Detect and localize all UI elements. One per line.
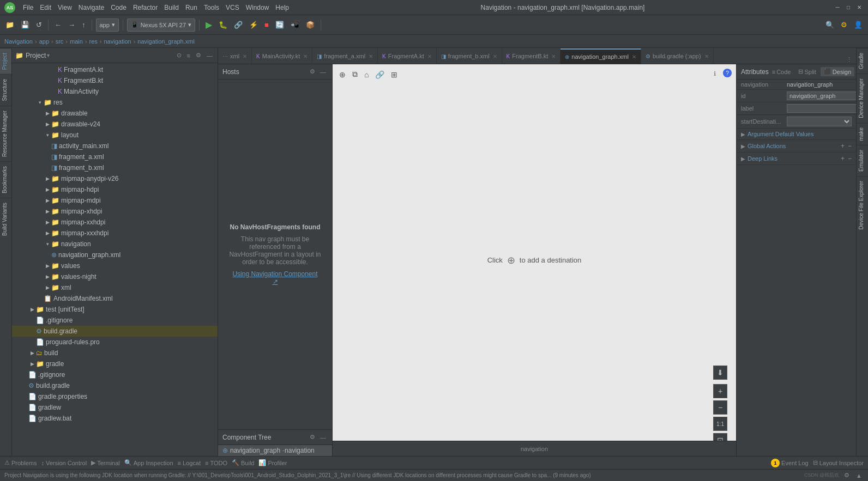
menu-vcs[interactable]: VCS: [222, 3, 243, 13]
status-todo[interactable]: ≡ TODO: [205, 460, 227, 466]
global-actions-add-button[interactable]: +: [841, 142, 845, 150]
help-icon[interactable]: ?: [723, 69, 732, 77]
tab-close-ma[interactable]: ✕: [303, 53, 308, 59]
status-profiler[interactable]: 📊 Profiler: [258, 459, 287, 466]
tree-item-gitignore2[interactable]: 📄 .gitignore: [12, 369, 218, 380]
status-build[interactable]: 🔨 Build: [232, 459, 254, 466]
bottom-bar-settings[interactable]: ⚙: [842, 471, 851, 479]
link-button[interactable]: 🔗: [373, 69, 387, 80]
tree-item-proguard[interactable]: 📄 proguard-rules.pro: [12, 337, 218, 348]
tree-item-drawable-v24[interactable]: ▶ 📁 drawable-v24: [12, 119, 218, 130]
menu-window[interactable]: Window: [243, 3, 273, 13]
attr-section-deep-links[interactable]: ▶ Deep Links + −: [737, 153, 856, 165]
app-dropdown[interactable]: app ▾: [96, 19, 119, 32]
tree-item-build[interactable]: ▶ 🗂 build: [12, 348, 218, 358]
stop-button[interactable]: ■: [262, 19, 271, 32]
deep-links-remove-button[interactable]: −: [848, 155, 852, 162]
attr-input-id[interactable]: [787, 92, 856, 100]
breadcrumb-nav-graph[interactable]: navigation_graph.xml: [137, 38, 195, 45]
tree-item-mipmap-anydpi[interactable]: ▶ 📁 mipmap-anydpi-v26: [12, 173, 218, 184]
tab-build-gradle[interactable]: ⚙ build.gradle (:app) ✕: [641, 48, 714, 64]
settings-icon[interactable]: ⚙: [839, 19, 849, 32]
tree-item-mipmap-mdpi[interactable]: ▶ 📁 mipmap-mdpi: [12, 195, 218, 206]
tab-close-ng[interactable]: ✕: [632, 54, 636, 60]
tab-close-fakt[interactable]: ✕: [427, 53, 432, 59]
forward-button[interactable]: →: [66, 19, 77, 32]
copy-button[interactable]: ⧉: [350, 69, 360, 80]
bottom-bar-maximize[interactable]: ▲: [854, 472, 864, 479]
tree-item-build-gradle2[interactable]: ⚙ build.gradle: [12, 380, 218, 391]
minimize-button[interactable]: ─: [833, 3, 842, 12]
menu-navigate[interactable]: Navigate: [75, 3, 107, 13]
menu-edit[interactable]: Edit: [37, 3, 55, 13]
menu-view[interactable]: View: [55, 3, 75, 13]
tab-fragment-b-xml[interactable]: ◨ fragment_b.xml ✕: [437, 48, 502, 64]
avd-button[interactable]: 📲: [288, 19, 302, 32]
breadcrumb-app[interactable]: app: [39, 38, 49, 45]
tree-item-fragmentb[interactable]: K FragmentB.kt: [12, 75, 218, 86]
sidebar-item-resource-manager[interactable]: Resource Manager: [0, 106, 11, 161]
tree-item-nav-graph-xml[interactable]: ⊕ navigation_graph.xml: [12, 249, 218, 260]
sync-icon[interactable]: ↺: [34, 19, 44, 32]
breadcrumb-navigation-dir[interactable]: navigation: [104, 38, 131, 45]
sidebar-item-build-variants[interactable]: Build Variants: [0, 198, 11, 240]
tree-item-mipmap-xxhdpi[interactable]: ▶ 📁 mipmap-xxhdpi: [12, 217, 218, 228]
attr-select-start-dest[interactable]: [787, 117, 852, 126]
recent-files-button[interactable]: ↑: [80, 19, 88, 32]
tree-item-test[interactable]: ▶ 📁 test [unitTest]: [12, 304, 218, 315]
comp-tree-nav-graph[interactable]: ⊕ navigation_graph - navigation: [218, 445, 332, 456]
tree-item-navigation[interactable]: ▾ 📁 navigation: [12, 239, 218, 249]
attr-input-label[interactable]: [787, 104, 856, 113]
using-nav-component-link[interactable]: Using Navigation Component ↗: [229, 270, 321, 285]
tree-item-xml[interactable]: ▶ 📁 xml: [12, 282, 218, 293]
tree-item-android-manifest[interactable]: 📋 AndroidManifest.xml: [12, 293, 218, 304]
right-tab-emulator[interactable]: Emulator: [857, 145, 868, 176]
tree-item-res[interactable]: ▾ 📁 res: [12, 97, 218, 108]
zoom-in-button[interactable]: +: [713, 384, 727, 398]
run-button[interactable]: ▶: [203, 19, 214, 32]
tab-close-bg[interactable]: ✕: [704, 53, 709, 59]
layout-inspector-item[interactable]: ⊟ Layout Inspector: [813, 459, 864, 466]
status-logcat[interactable]: ≡ Logcat: [178, 460, 201, 466]
tree-item-gradle-props[interactable]: 📄 gradle.properties: [12, 391, 218, 402]
tree-item-gitignore[interactable]: 📄 .gitignore: [12, 315, 218, 326]
download-button[interactable]: ⬇: [713, 366, 727, 380]
tree-item-gradle-dir[interactable]: ▶ 📁 gradle: [12, 358, 218, 369]
sidebar-item-bookmarks[interactable]: Bookmarks: [0, 161, 11, 198]
view-mode-code[interactable]: ≡ Code: [769, 68, 794, 76]
save-icon[interactable]: 💾: [19, 19, 32, 32]
panel-expand-btn[interactable]: —: [205, 51, 214, 59]
tree-item-fragment-a-xml[interactable]: ◨ fragment_a.xml: [12, 151, 218, 162]
tree-item-build-gradle-highlighted[interactable]: ⚙ build.gradle: [12, 326, 218, 337]
notifications-icon[interactable]: 👤: [852, 19, 865, 32]
tree-item-gradlew-bat[interactable]: 📄 gradlew.bat: [12, 413, 218, 424]
debug-button[interactable]: 🐛: [216, 19, 230, 32]
view-mode-design[interactable]: ⬛ Design: [821, 67, 854, 76]
right-tab-gradle[interactable]: Gradle: [857, 48, 868, 74]
device-dropdown[interactable]: 📱 Nexus 5X API 27 ▾: [127, 19, 195, 32]
breadcrumb-main[interactable]: main: [70, 38, 83, 45]
tree-item-mainactivity[interactable]: K MainActivity: [12, 86, 218, 97]
status-version-control[interactable]: ↕ Version Control: [41, 460, 87, 466]
tab-more-button[interactable]: ⋮: [845, 56, 854, 64]
global-actions-remove-button[interactable]: −: [848, 142, 852, 150]
tree-item-mipmap-hdpi[interactable]: ▶ 📁 mipmap-hdpi: [12, 184, 218, 195]
hosts-gear-button[interactable]: ⚙: [308, 68, 317, 76]
tree-item-activity-main[interactable]: ◨ activity_main.xml: [12, 141, 218, 151]
view-mode-split[interactable]: ⊟ Split: [795, 67, 819, 76]
new-destination-button[interactable]: ⊕: [337, 69, 348, 80]
panel-scope-btn[interactable]: ⊙: [175, 51, 183, 59]
folder-icon[interactable]: 📁: [3, 19, 16, 32]
tab-close-xml[interactable]: ✕: [243, 53, 247, 59]
menu-file[interactable]: File: [20, 3, 37, 13]
panel-flatten-btn[interactable]: ≡: [185, 51, 192, 59]
right-tab-device-manager[interactable]: Device Manager: [857, 74, 868, 123]
close-button[interactable]: ✕: [855, 3, 864, 12]
hosts-minimize-button[interactable]: —: [318, 68, 328, 76]
zoom-out-button[interactable]: −: [713, 400, 727, 415]
info-icon[interactable]: ℹ: [710, 69, 720, 78]
sidebar-item-project[interactable]: Project: [0, 48, 11, 74]
tree-item-values-night[interactable]: ▶ 📁 values-night: [12, 271, 218, 282]
tree-item-fragmenta[interactable]: K FragmentA.kt: [12, 64, 218, 75]
sidebar-item-structure[interactable]: Structure: [0, 74, 11, 106]
